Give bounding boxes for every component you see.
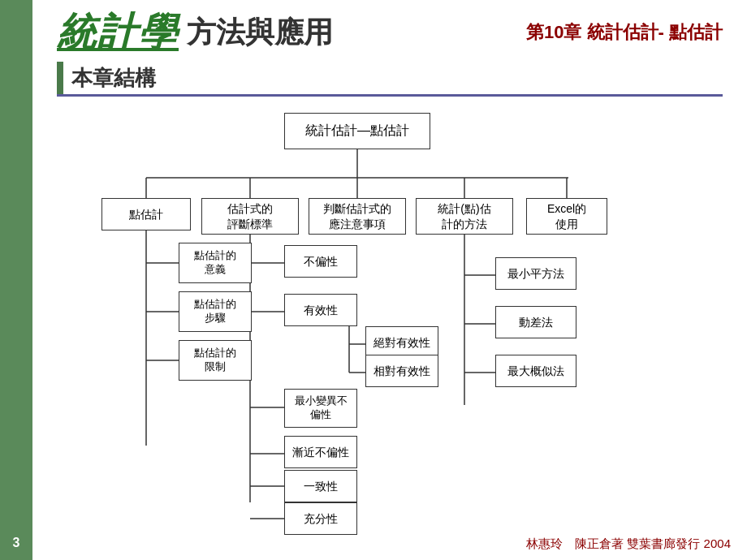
node-n2-2: 有效性 [284,294,357,326]
diagram-lines [41,105,723,535]
node-root: 統計估計—點估計 [284,113,430,149]
node-n2-1: 不偏性 [284,245,357,278]
node-n1-1: 點估計的 意義 [179,243,252,283]
node-n2-2-1: 絕對有效性 [365,326,438,359]
node-n3: 判斷估計式的 應注意事項 [309,198,406,235]
node-n2-4: 漸近不偏性 [284,436,357,468]
node-n1-3: 點估計的 限制 [179,340,252,381]
page-number: 3 [0,536,32,550]
title-kanji: 統計學 [57,6,179,58]
node-n2-6: 充分性 [284,502,357,535]
node-n2: 估計式的 評斷標準 [201,198,299,235]
chapter-title: 第10章 統計估計- 點估計 [526,20,723,45]
section-bar: 本章結構 [57,62,723,97]
section-green-bar [57,62,63,94]
node-n4: 統計(點)估 計的方法 [416,198,513,235]
header: 統計學 方法與應用 第10章 統計估計- 點估計 [41,0,739,62]
title-sub: 方法與應用 [187,13,333,53]
diagram: 統計估計—點估計 點估計 估計式的 評斷標準 判斷估計式的 應注意事項 統計(點… [41,105,723,535]
node-n4-2: 動差法 [495,306,576,338]
left-sidebar: 3 [0,0,32,560]
node-n2-3: 最小變異不 偏性 [284,389,357,428]
node-n4-1: 最小平方法 [495,257,576,290]
main-content: 統計學 方法與應用 第10章 統計估計- 點估計 本章結構 [32,0,747,535]
footer: 林惠玲 陳正倉著 雙葉書廊發行 2004 [526,536,731,552]
node-n1-2: 點估計的 步驟 [179,291,252,332]
node-n4-3: 最大概似法 [495,355,576,387]
node-n1: 點估計 [101,198,191,230]
section-title: 本章結構 [71,64,156,93]
node-n2-2-2: 相對有效性 [365,355,438,387]
node-n2-5: 一致性 [284,470,357,502]
node-n5: Excel的 使用 [526,198,607,235]
